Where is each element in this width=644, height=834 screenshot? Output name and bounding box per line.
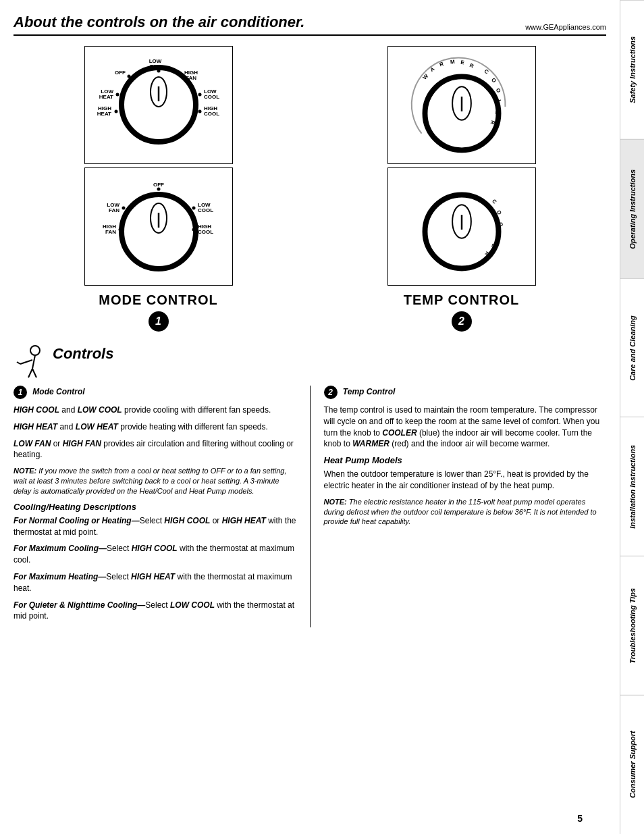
temp-para-3: (red) and the indoor air will become war…: [390, 439, 549, 448]
diagrams-section: LOW FAN OFF HIGH FAN LOW HEAT LOW COOL: [14, 46, 606, 332]
desc1-bold2: HIGH HEAT: [222, 516, 266, 525]
svg-text:FAN: FAN: [109, 207, 119, 213]
sidebar-tab-installation[interactable]: Installation Instructions: [620, 417, 644, 556]
heat-pump-para: When the outdoor temperature is lower th…: [324, 469, 607, 492]
mode-note: NOTE: If you move the switch from a cool…: [14, 466, 296, 496]
svg-text:OFF: OFF: [115, 70, 126, 76]
desc4-text: Select: [145, 600, 170, 610]
controls-title: Controls: [53, 345, 113, 379]
section-number-2: 2: [324, 386, 338, 399]
heating-text: provide heating with different fan speed…: [118, 422, 268, 432]
left-column: 1 Mode Control HIGH COOL and LOW COOL pr…: [14, 386, 311, 627]
low-fan-label: LOW FAN: [14, 439, 51, 448]
temp-dial-box-2: C O O L E R: [387, 167, 536, 286]
mode-control-heading: 1 Mode Control: [14, 386, 296, 399]
svg-text:FAN: FAN: [105, 229, 116, 235]
desc3-bold: HIGH HEAT: [131, 572, 175, 581]
svg-point-24: [157, 188, 160, 191]
svg-point-52: [425, 76, 498, 150]
desc-normal: For Normal Cooling or Heating—Select HIG…: [14, 515, 296, 538]
svg-line-66: [20, 360, 32, 364]
svg-point-27: [122, 207, 125, 210]
svg-point-61: [425, 194, 498, 268]
controls-body: 1 Mode Control HIGH COOL and LOW COOL pr…: [14, 386, 606, 627]
note-content-2: The electric resistance heater in the 11…: [324, 498, 597, 526]
svg-line-68: [28, 369, 32, 377]
svg-text:M: M: [450, 59, 455, 66]
page-title: About the controls on the air conditione…: [14, 14, 304, 31]
svg-text:COOL: COOL: [198, 229, 213, 235]
svg-text:R: R: [468, 62, 475, 70]
svg-point-30: [192, 207, 195, 210]
svg-point-19: [122, 68, 196, 142]
low-cool-label: LOW COOL: [78, 405, 122, 415]
svg-point-22: [157, 70, 160, 73]
para-high-cool: HIGH COOL and LOW COOL provide cooling w…: [14, 405, 296, 416]
low-heat-label: LOW HEAT: [76, 422, 118, 432]
sidebar-tab-operating[interactable]: Operating Instructions: [620, 139, 644, 278]
desc3-text: Select: [106, 572, 131, 581]
cooling-heating-title: Cooling/Heating Descriptions: [14, 502, 296, 512]
desc1-text: Select: [140, 516, 165, 525]
normal-label: For Normal Cooling or Heating—: [14, 516, 140, 525]
note-label: NOTE:: [14, 467, 36, 475]
svg-text:OFF: OFF: [153, 182, 164, 188]
svg-text:E: E: [460, 59, 464, 66]
svg-line-69: [32, 369, 36, 377]
person-icon: [14, 345, 47, 379]
note-label-2: NOTE:: [324, 498, 347, 506]
page-number: 5: [577, 813, 583, 824]
svg-text:COOL: COOL: [198, 207, 213, 213]
page-header: About the controls on the air conditione…: [14, 14, 606, 36]
max-heat-label: For Maximum Heating—: [14, 572, 106, 581]
controls-header-row: Controls: [14, 345, 606, 379]
sidebar-tab-consumer[interactable]: Consumer Support: [620, 695, 644, 834]
temp-control-number: 2: [452, 311, 472, 332]
max-cool-label: For Maximum Cooling—: [14, 544, 107, 553]
svg-text:O: O: [494, 87, 502, 93]
sidebar-tab-safety[interactable]: Safety Instructions: [620, 0, 644, 139]
sidebar: Safety Instructions Operating Instructio…: [620, 0, 644, 834]
desc-quieter: For Quieter & Nighttime Cooling—Select L…: [14, 600, 296, 623]
svg-text:COOL: COOL: [204, 94, 219, 100]
svg-text:COOL: COOL: [204, 111, 219, 117]
svg-point-37: [122, 194, 196, 269]
high-heat-label: HIGH HEAT: [14, 422, 57, 432]
right-column: 2 Temp Control The temp control is used …: [311, 386, 607, 627]
main-content: About the controls on the air conditione…: [0, 0, 620, 834]
mode-dial-box-1: LOW FAN OFF HIGH FAN LOW HEAT LOW COOL: [84, 46, 233, 164]
svg-point-9: [115, 93, 119, 97]
sidebar-tab-care[interactable]: Care and Cleaning: [620, 278, 644, 417]
desc1-text2: or: [210, 516, 221, 525]
temp-dial-box-1: W A R M E R C O O L E R: [387, 46, 536, 164]
mode-control-number: 1: [149, 311, 169, 332]
section-number-1: 1: [14, 386, 27, 399]
or-text: or: [51, 439, 62, 448]
svg-text:HEAT: HEAT: [99, 94, 113, 100]
note-content: If you move the switch from a cool or he…: [14, 467, 287, 495]
high-cool-label: HIGH COOL: [14, 405, 59, 415]
mode-control-title: Mode Control: [32, 387, 84, 396]
desc1-bold: HIGH COOL: [164, 516, 210, 525]
desc-max-heat: For Maximum Heating—Select HIGH HEAT wit…: [14, 571, 296, 594]
svg-line-67: [17, 362, 20, 364]
svg-text:C: C: [491, 198, 498, 205]
svg-point-15: [114, 110, 117, 113]
svg-point-64: [30, 346, 40, 355]
sidebar-tab-troubleshooting[interactable]: Troubleshooting Tips: [620, 556, 644, 695]
temp-control-column: W A R M E R C O O L E R: [317, 46, 606, 332]
svg-point-18: [198, 110, 201, 113]
mode-dial-box-2: OFF LOW FAN LOW COOL HIGH FAN HIGH: [84, 167, 233, 286]
svg-point-12: [198, 93, 201, 97]
high-fan-label: HIGH FAN: [63, 439, 101, 448]
cooler-bold: COOLER: [382, 428, 417, 438]
desc-max-cool: For Maximum Cooling—Select HIGH COOL wit…: [14, 543, 296, 566]
desc2-text: Select: [107, 544, 132, 553]
temp-control-title: Temp Control: [343, 387, 396, 396]
website-url: www.GEAppliances.com: [525, 23, 606, 31]
temp-control-para: The temp control is used to maintain the…: [324, 405, 607, 450]
temp-control-heading: 2 Temp Control: [324, 386, 607, 399]
svg-text:HEAT: HEAT: [97, 111, 111, 117]
heat-pump-title: Heat Pump Models: [324, 455, 607, 465]
mode-control-label: MODE CONTROL: [99, 292, 217, 308]
